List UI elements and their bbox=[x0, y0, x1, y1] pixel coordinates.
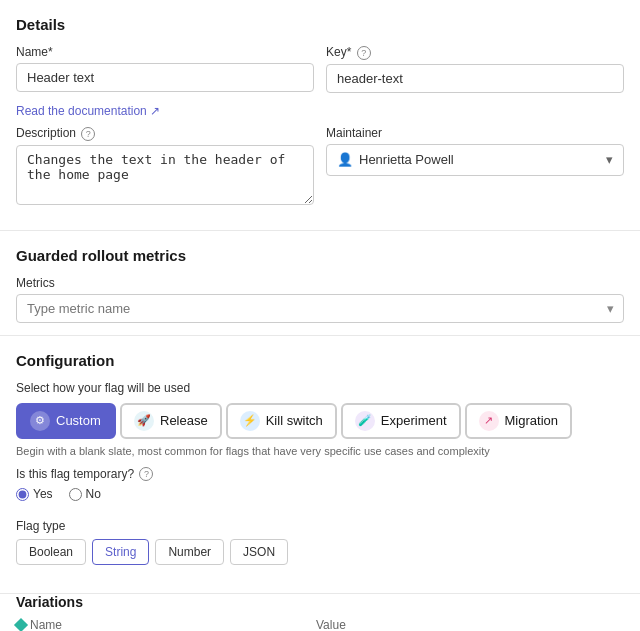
variation-row-1: Name Value bbox=[16, 618, 624, 631]
description-label: Description ? bbox=[16, 126, 314, 141]
select-label: Select how your flag will be used bbox=[16, 381, 624, 395]
configuration-section: Configuration Select how your flag will … bbox=[0, 336, 640, 594]
maintainer-chevron-icon: ▾ bbox=[606, 152, 613, 167]
experiment-label: Experiment bbox=[381, 413, 447, 428]
maintainer-select[interactable]: 👤 Henrietta Powell ▾ bbox=[326, 144, 624, 176]
guarded-title: Guarded rollout metrics bbox=[16, 247, 624, 264]
key-label: Key* ? bbox=[326, 45, 624, 60]
string-btn[interactable]: String bbox=[92, 539, 149, 565]
option-killswitch[interactable]: ⚡ Kill switch bbox=[226, 403, 337, 439]
option-release[interactable]: 🚀 Release bbox=[120, 403, 222, 439]
description-info-icon: ? bbox=[81, 127, 95, 141]
release-icon: 🚀 bbox=[134, 411, 154, 431]
name-input[interactable] bbox=[16, 63, 314, 92]
migration-label: Migration bbox=[505, 413, 558, 428]
metrics-input[interactable] bbox=[16, 294, 624, 323]
number-btn[interactable]: Number bbox=[155, 539, 224, 565]
user-icon: 👤 bbox=[337, 152, 353, 167]
metrics-section: Guarded rollout metrics Metrics ▾ bbox=[0, 231, 640, 336]
metrics-label: Metrics bbox=[16, 276, 624, 290]
maintainer-label: Maintainer bbox=[326, 126, 624, 140]
value-col-header-1: Value bbox=[316, 618, 346, 631]
killswitch-icon: ⚡ bbox=[240, 411, 260, 431]
temporary-label: Is this flag temporary? ? bbox=[16, 467, 624, 482]
variations-section: Variations Name Value Name V bbox=[0, 594, 640, 631]
flag-options-group: ⚙ Custom 🚀 Release ⚡ Kill switch 🧪 Exper… bbox=[16, 403, 624, 439]
option-migration[interactable]: ↗ Migration bbox=[465, 403, 572, 439]
maintainer-value: Henrietta Powell bbox=[359, 152, 454, 167]
key-info-icon: ? bbox=[357, 46, 371, 60]
description-input[interactable]: Changes the text in the header of the ho… bbox=[16, 145, 314, 205]
name-col-header-1: Name bbox=[30, 618, 62, 631]
name-label: Name* bbox=[16, 45, 314, 59]
doc-link[interactable]: Read the documentation ↗ bbox=[16, 104, 160, 118]
custom-label: Custom bbox=[56, 413, 101, 428]
boolean-btn[interactable]: Boolean bbox=[16, 539, 86, 565]
experiment-icon: 🧪 bbox=[355, 411, 375, 431]
option-custom[interactable]: ⚙ Custom bbox=[16, 403, 116, 439]
flag-type-label: Flag type bbox=[16, 519, 624, 533]
configuration-title: Configuration bbox=[16, 352, 624, 369]
temporary-info-icon: ? bbox=[139, 467, 153, 481]
diamond-icon-1 bbox=[14, 618, 28, 631]
no-radio[interactable] bbox=[69, 488, 82, 501]
killswitch-label: Kill switch bbox=[266, 413, 323, 428]
release-label: Release bbox=[160, 413, 208, 428]
details-section: Details Name* Key* ? Read the documentat… bbox=[0, 0, 640, 231]
flag-type-field-group: Flag type Boolean String Number JSON bbox=[16, 519, 624, 565]
flag-type-row: Boolean String Number JSON bbox=[16, 539, 624, 565]
json-btn[interactable]: JSON bbox=[230, 539, 288, 565]
yes-label: Yes bbox=[33, 487, 53, 501]
yes-radio-label[interactable]: Yes bbox=[16, 487, 53, 501]
temporary-radio-group: Yes No bbox=[16, 487, 624, 507]
yes-radio[interactable] bbox=[16, 488, 29, 501]
variations-title: Variations bbox=[16, 594, 624, 610]
temporary-field-group: Is this flag temporary? ? Yes No bbox=[16, 467, 624, 508]
details-title: Details bbox=[16, 16, 624, 33]
migration-icon: ↗ bbox=[479, 411, 499, 431]
option-experiment[interactable]: 🧪 Experiment bbox=[341, 403, 461, 439]
custom-icon: ⚙ bbox=[30, 411, 50, 431]
no-radio-label[interactable]: No bbox=[69, 487, 101, 501]
no-label: No bbox=[86, 487, 101, 501]
key-input[interactable] bbox=[326, 64, 624, 93]
metrics-select-wrapper: ▾ bbox=[16, 294, 624, 323]
hint-text: Begin with a blank slate, most common fo… bbox=[16, 445, 624, 457]
